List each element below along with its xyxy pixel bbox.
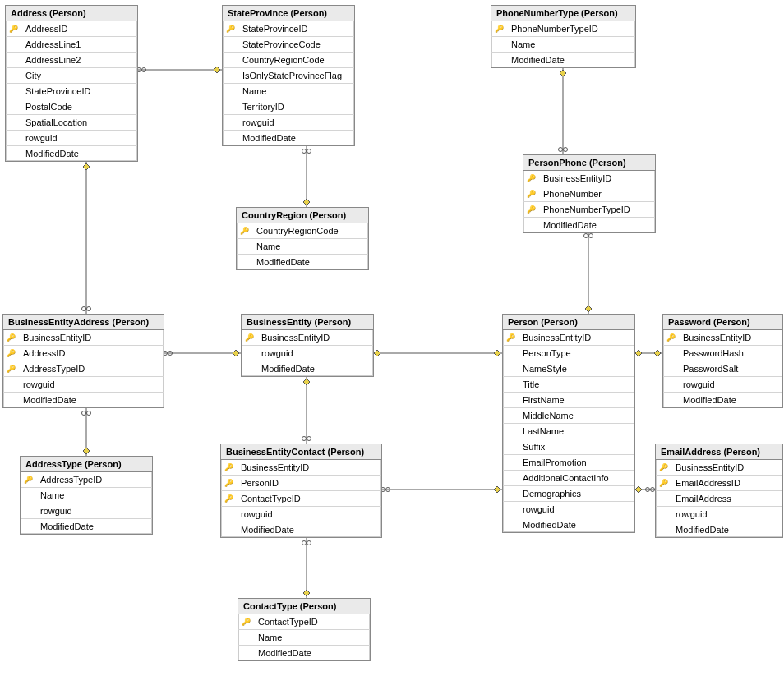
field-name: PhoneNumberTypeID [506,24,635,34]
field-name: MiddleName [518,411,634,421]
table-row[interactable]: ModifiedDate [238,646,370,660]
primary-key-icon: 🔑 [656,479,671,487]
table-row[interactable]: AddressLine2 [6,53,137,68]
table-row[interactable]: ModifiedDate [491,53,635,67]
table-row[interactable]: AddressLine1 [6,37,137,53]
table-businessentityaddress[interactable]: BusinessEntityAddress (Person)🔑BusinessE… [2,314,164,408]
table-row[interactable]: EmailAddress [656,491,782,507]
table-row[interactable]: ModifiedDate [223,131,354,145]
table-row[interactable]: PostalCode [6,99,137,115]
table-row[interactable]: ModifiedDate [221,522,381,537]
table-row[interactable]: SpatialLocation [6,115,137,131]
svg-point-48 [307,541,311,545]
table-row[interactable]: 🔑BusinessEntityID [663,330,782,346]
table-row[interactable]: ModifiedDate [237,255,368,269]
diagram-canvas[interactable]: Address (Person)🔑AddressIDAddressLine1Ad… [0,0,784,685]
table-row[interactable]: Name [238,630,370,646]
table-row[interactable]: PasswordHash [663,346,782,361]
table-row[interactable]: rowguid [223,115,354,131]
table-row[interactable]: AdditionalContactInfo [503,471,634,486]
svg-point-6 [307,149,311,154]
table-row[interactable]: EmailPromotion [503,455,634,471]
table-row[interactable]: 🔑CountryRegionCode [237,223,368,239]
table-row[interactable]: 🔑BusinessEntityID [523,171,655,186]
table-row[interactable]: City [6,68,137,84]
table-row[interactable]: NameStyle [503,361,634,377]
table-row[interactable]: 🔑ContactTypeID [221,491,381,507]
table-row[interactable]: 🔑BusinessEntityID [3,330,164,346]
table-row[interactable]: rowguid [242,346,373,361]
table-row[interactable]: ModifiedDate [656,522,782,537]
table-countryregion[interactable]: CountryRegion (Person)🔑CountryRegionCode… [236,207,369,270]
table-row[interactable]: 🔑BusinessEntityID [656,460,782,476]
table-row[interactable]: 🔑AddressTypeID [21,472,152,488]
table-row[interactable]: ModifiedDate [3,393,164,407]
table-row[interactable]: ModifiedDate [523,218,655,232]
table-row[interactable]: FirstName [503,393,634,408]
table-stateprovince[interactable]: StateProvince (Person)🔑StateProvinceIDSt… [222,5,355,146]
table-person[interactable]: Person (Person)🔑BusinessEntityIDPersonTy… [502,314,635,533]
table-row[interactable]: 🔑ContactTypeID [238,614,370,630]
table-row[interactable]: 🔑StateProvinceID [223,21,354,37]
table-password[interactable]: Password (Person)🔑BusinessEntityIDPasswo… [662,314,783,408]
table-businessentity[interactable]: BusinessEntity (Person)🔑BusinessEntityID… [241,314,374,377]
svg-marker-22 [494,350,500,356]
table-row[interactable]: 🔑EmailAddressID [656,476,782,491]
table-row[interactable]: IsOnlyStateProvinceFlag [223,68,354,84]
table-row[interactable]: rowguid [656,507,782,522]
table-address[interactable]: Address (Person)🔑AddressIDAddressLine1Ad… [5,5,138,162]
table-addresstype[interactable]: AddressType (Person)🔑AddressTypeIDNamero… [20,456,153,535]
table-personphone[interactable]: PersonPhone (Person)🔑BusinessEntityID🔑Ph… [523,154,656,233]
table-row[interactable]: Name [491,37,635,53]
table-row[interactable]: Demographics [503,486,634,502]
field-name: ModifiedDate [238,133,354,143]
table-row[interactable]: 🔑AddressID [3,346,164,361]
table-row[interactable]: ModifiedDate [6,146,137,161]
table-header: BusinessEntityContact (Person) [221,444,381,460]
table-row[interactable]: rowguid [3,377,164,393]
table-row[interactable]: StateProvinceID [6,84,137,99]
table-row[interactable]: Name [237,239,368,255]
table-row[interactable]: 🔑BusinessEntityID [242,330,373,346]
table-row[interactable]: 🔑PhoneNumberTypeID [523,202,655,218]
table-row[interactable]: 🔑AddressID [6,21,137,37]
field-name: TerritoryID [238,102,354,112]
table-header: Address (Person) [6,6,137,21]
table-row[interactable]: rowguid [21,503,152,519]
field-name: rowguid [21,133,137,143]
table-emailaddress[interactable]: EmailAddress (Person)🔑BusinessEntityID🔑E… [655,444,783,538]
table-row[interactable]: 🔑AddressTypeID [3,361,164,377]
table-row[interactable]: Suffix [503,439,634,455]
table-row[interactable]: 🔑PersonID [221,476,381,491]
table-row[interactable]: ModifiedDate [242,361,373,376]
svg-marker-7 [303,199,310,205]
table-row[interactable]: 🔑BusinessEntityID [221,460,381,476]
table-contacttype[interactable]: ContactType (Person)🔑ContactTypeIDNameMo… [238,598,371,661]
table-row[interactable]: rowguid [503,502,634,517]
table-row[interactable]: 🔑BusinessEntityID [503,330,634,346]
table-row[interactable]: ModifiedDate [21,519,152,534]
table-row[interactable]: LastName [503,424,634,439]
table-row[interactable]: PersonType [503,346,634,361]
field-name: City [21,71,137,80]
table-row[interactable]: rowguid [6,131,137,146]
table-row[interactable]: PasswordSalt [663,361,782,377]
table-row[interactable]: ModifiedDate [503,517,634,532]
table-row[interactable]: rowguid [663,377,782,393]
table-row[interactable]: CountryRegionCode [223,53,354,68]
svg-marker-29 [585,306,592,312]
table-row[interactable]: MiddleName [503,408,634,424]
table-businessentitycontact[interactable]: BusinessEntityContact (Person)🔑BusinessE… [220,444,382,538]
table-row[interactable]: 🔑PhoneNumberTypeID [491,21,635,37]
table-row[interactable]: Title [503,377,634,393]
field-name: AddressTypeID [18,364,164,374]
table-row[interactable]: rowguid [221,507,381,522]
table-row[interactable]: StateProvinceCode [223,37,354,53]
table-row[interactable]: Name [21,488,152,503]
table-row[interactable]: ModifiedDate [663,393,782,407]
table-phonenumbertype[interactable]: PhoneNumberType (Person)🔑PhoneNumberType… [491,5,636,68]
table-header: PhoneNumberType (Person) [491,6,635,21]
table-row[interactable]: 🔑PhoneNumber [523,186,655,202]
table-row[interactable]: TerritoryID [223,99,354,115]
table-row[interactable]: Name [223,84,354,99]
